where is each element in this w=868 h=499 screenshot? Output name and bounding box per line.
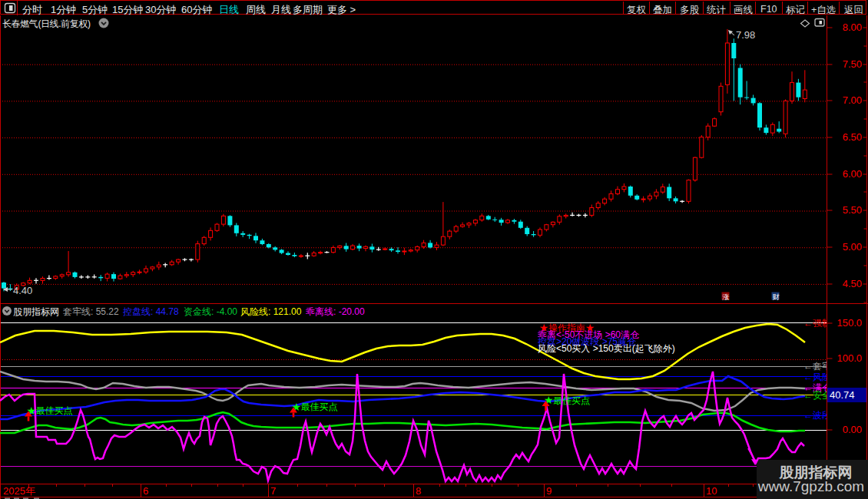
svg-text:5.50: 5.50: [843, 204, 862, 216]
svg-text:6.00: 6.00: [843, 168, 862, 180]
svg-text:财: 财: [773, 293, 780, 301]
svg-text:风险<50买入 >150卖出(起飞除外): 风险<50买入 >150卖出(起飞除外): [538, 343, 675, 354]
svg-text:www.7gpzb.com: www.7gpzb.com: [757, 478, 864, 494]
svg-text:0.00: 0.00: [843, 424, 862, 435]
svg-text:6.50: 6.50: [843, 131, 862, 143]
svg-text:7.00: 7.00: [843, 94, 862, 106]
svg-text:100.0: 100.0: [837, 352, 862, 364]
svg-text:涨: 涨: [722, 293, 730, 301]
svg-text:7.98: 7.98: [736, 29, 755, 41]
svg-text:最佳买点: 最佳买点: [301, 402, 338, 412]
svg-text:7: 7: [270, 485, 276, 497]
svg-text:2025年: 2025年: [3, 485, 35, 497]
svg-text:4.40: 4.40: [13, 285, 32, 296]
svg-text:6: 6: [143, 485, 148, 497]
svg-text:最佳买点: 最佳买点: [36, 405, 73, 416]
svg-text:40.74: 40.74: [830, 389, 855, 401]
svg-text:8.00: 8.00: [843, 21, 862, 33]
svg-text:10: 10: [706, 485, 717, 497]
svg-text:最佳买点: 最佳买点: [553, 395, 590, 406]
svg-text:150.0: 150.0: [837, 317, 862, 329]
svg-text:5.00: 5.00: [843, 241, 862, 253]
svg-text:9: 9: [546, 485, 552, 497]
svg-text:8: 8: [416, 485, 421, 497]
svg-text:7.50: 7.50: [843, 58, 862, 70]
svg-text:4.50: 4.50: [843, 278, 862, 289]
